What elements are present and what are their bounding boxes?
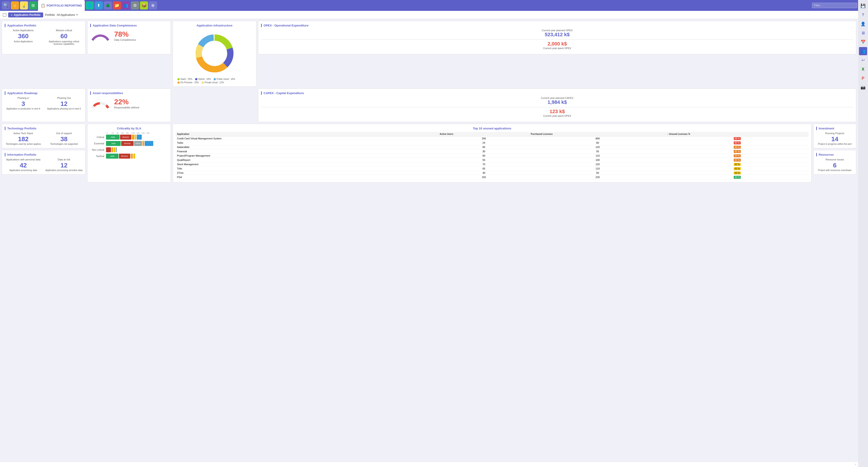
infra-placeholder: [173, 88, 256, 122]
noncritical-label: Non critical: [90, 148, 106, 151]
infra-title: Application infrastructure: [176, 24, 253, 27]
people2-icon[interactable]: 👥: [859, 47, 867, 55]
purchased-licenses: 60: [529, 141, 666, 145]
purchased-licenses: 100: [529, 158, 666, 162]
tech-portfolio-card: Technology Portfolio Active Tech Stack 1…: [2, 124, 86, 148]
plus-icon[interactable]: ⊕: [149, 1, 157, 9]
monitor-icon[interactable]: 🖥: [859, 29, 867, 37]
layers-icon[interactable]: ⊞: [29, 1, 37, 9]
tab-menu-icon: ≡: [11, 13, 12, 17]
people-icon[interactable]: 👥: [122, 1, 130, 9]
excel-icon[interactable]: X: [859, 65, 867, 73]
table-row: Aatlandtide 65 120 46 %: [176, 145, 809, 149]
home-icon[interactable]: ⌂: [11, 1, 19, 9]
bulb-icon[interactable]: 💡: [20, 1, 28, 9]
user-icon[interactable]: 👤: [859, 20, 867, 28]
active-users: 65: [438, 145, 529, 149]
resource-issues-value: 6: [816, 162, 853, 169]
axis-80: 80: [126, 132, 131, 134]
folder-icon[interactable]: 📁: [113, 1, 121, 9]
search-icon[interactable]: 🔍: [2, 1, 10, 9]
opex-title: OPEX - Operational Expenditure: [261, 24, 853, 27]
left-col: Technology Portfolio Active Tech Stack 1…: [2, 124, 86, 182]
opex-planned-value: 523,412 k$: [261, 32, 853, 37]
critical-bronze: Bronze: [120, 135, 131, 140]
camera-icon[interactable]: 📷: [859, 83, 867, 91]
tactical-bar4: [133, 154, 135, 158]
globe-icon[interactable]: 🌐: [86, 1, 94, 9]
capex-planned-label: Current year planned CAPEX: [261, 97, 853, 99]
capex-spent-label: Current yeat spent OPEX: [261, 115, 853, 117]
col-application: Application: [176, 132, 438, 137]
purchased-licenses: 800: [529, 137, 666, 141]
help-icon[interactable]: ?: [859, 11, 867, 19]
sla-row-tactical: Tactical Jade Bronze: [90, 154, 168, 158]
essential-jade: Jade: [106, 141, 121, 146]
roadmap-title: Application Roadmap: [5, 91, 83, 95]
row1: Application Portfolio Active Application…: [2, 21, 856, 87]
undo-icon[interactable]: ↩: [859, 56, 867, 64]
checkbox[interactable]: [3, 13, 6, 17]
public-cloud-label: Public cloud : 16%: [217, 78, 235, 80]
saas-label: SaaS : 20%: [180, 78, 192, 80]
row3: Technology Portfolio Active Tech Stack 1…: [2, 124, 856, 182]
box-icon[interactable]: 📦: [140, 1, 148, 9]
purchased-licenses: 120: [529, 145, 666, 149]
phasing-out-col: Phasing Out 12 Applications phasing out …: [45, 97, 83, 110]
tactical-label: Tactical: [90, 155, 106, 157]
active-tech-col: Active Tech Stack 182 Techologies used b…: [5, 132, 42, 145]
info-portfolio-card: Information Portfolio Applications with …: [2, 150, 86, 174]
main-content: Application Portfolio Active Application…: [0, 19, 858, 184]
critical-bar4: [135, 135, 136, 140]
ppt-icon[interactable]: P: [859, 74, 867, 82]
app-portfolio-card: Application Portfolio Active Application…: [2, 21, 86, 54]
top10-title: Top 10 unused applications: [176, 127, 809, 130]
active-users: 55: [438, 158, 529, 162]
phasing-in-col: Phasing in 3 Application in production i…: [5, 97, 42, 110]
out-support-col: Out of support 38 Technologies not suppo…: [45, 132, 83, 145]
portfolio-reporting-tab[interactable]: 📋 PORTFOLIO REPORTING: [38, 0, 85, 11]
app-name: ZTree: [176, 171, 438, 175]
calendar-icon[interactable]: 📅: [859, 38, 867, 46]
right-sidebar: 💾 ? 👤 🖥 📅 👥 ↩ X P 📷: [858, 0, 868, 184]
portfolio-select[interactable]: All Applications ▼: [57, 13, 78, 17]
out-support-sub: Technologies not supported: [45, 143, 83, 145]
col-purchased: Purchased Licenses: [529, 132, 666, 137]
data-risk-label: Data at risk: [45, 158, 83, 161]
col-unused: ↓ Unused Licenses %: [666, 132, 809, 137]
phasing-out-label: Phasing Out: [45, 97, 83, 99]
tree-icon[interactable]: 🌲: [104, 1, 112, 9]
axis-0: 0: [106, 132, 112, 134]
app-portfolio-tab[interactable]: ≡ Application Portfolio: [8, 12, 43, 18]
filter-input[interactable]: [812, 3, 857, 8]
active-users: 24: [438, 141, 529, 145]
upload-icon[interactable]: ⬆: [95, 1, 103, 9]
active-tech-label: Active Tech Stack: [5, 132, 42, 135]
mission-critical-col: Mission critical 60 Applications support…: [45, 29, 83, 45]
right-col: Investment Running Projects 14 Project i…: [813, 124, 856, 182]
active-apps-sub: Active Applications: [5, 40, 42, 43]
unused-pct: 45 %: [666, 154, 809, 158]
app-name: Aatlandtide: [176, 145, 438, 149]
running-projects-value: 14: [816, 136, 853, 143]
gear-icon[interactable]: ⚙: [131, 1, 139, 9]
critical-label: Critical: [90, 136, 106, 139]
topnav: 🔍 ⌂ 💡 ⊞ 📋 PORTFOLIO REPORTING 🌐 ⬆ 🌲 📁 👥 …: [0, 0, 868, 11]
table-row: QualiReport 55 100 45 %: [176, 158, 809, 162]
personal-data-label: Applications with personal data: [5, 158, 42, 161]
save-icon[interactable]: 💾: [859, 2, 867, 10]
critical-jade: Jade: [106, 135, 120, 140]
investment-card: Investment Running Projects 14 Project i…: [813, 124, 856, 148]
essential-silver: Silver: [134, 141, 142, 146]
asset-percentage: 22%: [114, 98, 139, 106]
active-users: 65: [438, 167, 529, 171]
essential-bronze: Bronze: [121, 141, 133, 146]
purchased-licenses: 50: [529, 171, 666, 175]
tab-label: PORTFOLIO REPORTING: [46, 4, 82, 7]
on-premise-label: On-Premise : 33%: [180, 81, 199, 84]
criticality-title: Criticality by SLA: [90, 127, 168, 130]
app-name: QualiReport: [176, 158, 438, 162]
app-name: Financial: [176, 149, 438, 154]
app-name: Stock Management: [176, 162, 438, 167]
app-name: PSA: [176, 175, 438, 179]
